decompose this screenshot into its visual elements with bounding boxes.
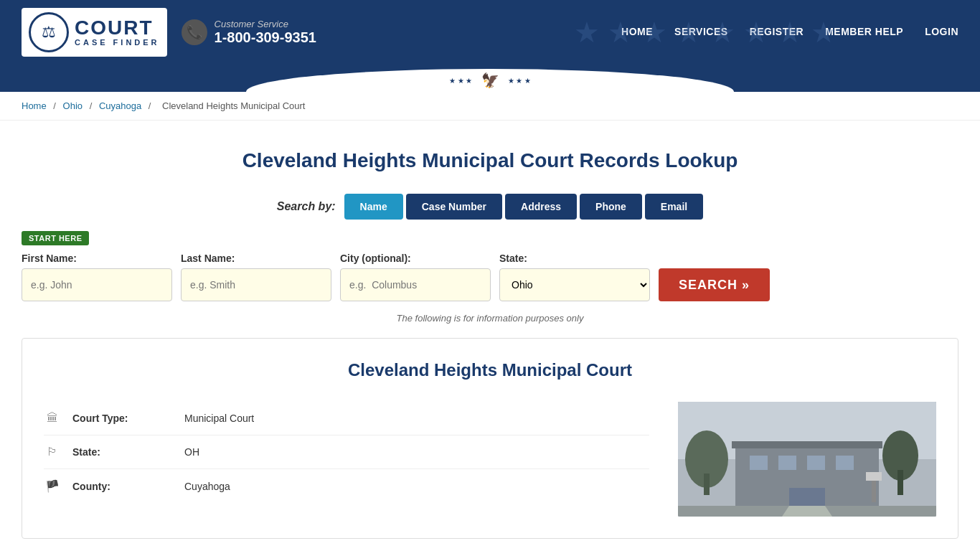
cs-info: Customer Service 1-800-309-9351 [215, 19, 316, 46]
city-group: City (optional): [340, 253, 491, 301]
state-row: 🏳 State: OH [44, 435, 649, 469]
start-here-badge: START HERE [22, 231, 89, 245]
eagle-icon: 🦅 [481, 72, 499, 89]
page-title: Cleveland Heights Municipal Court Record… [22, 149, 958, 172]
search-by-label: Search by: [277, 200, 336, 213]
building-svg [678, 402, 936, 517]
nav-home[interactable]: HOME [621, 26, 653, 39]
last-name-label: Last Name: [181, 253, 331, 264]
first-name-group: First Name: [22, 253, 172, 301]
breadcrumb-current: Cleveland Heights Municipal Court [162, 100, 305, 111]
nav-member-help[interactable]: MEMBER HELP [825, 26, 903, 39]
city-input[interactable] [340, 268, 491, 301]
state-label: State: [499, 253, 650, 264]
state-select[interactable]: Ohio Alabama Alaska Arizona Arkansas Cal… [499, 268, 650, 301]
first-name-input[interactable] [22, 268, 172, 301]
tab-email[interactable]: Email [645, 194, 703, 220]
logo-text: COURT CASE FINDER [75, 18, 160, 47]
info-note: The following is for information purpose… [22, 313, 958, 324]
court-card-body: 🏛 Court Type: Municipal Court 🏳 State: O… [44, 402, 936, 517]
cs-label: Customer Service [215, 19, 316, 29]
city-label: City (optional): [340, 253, 491, 264]
header-left: ⚖ COURT CASE FINDER 📞 Customer Service 1… [22, 8, 316, 57]
court-info-fields: 🏛 Court Type: Municipal Court 🏳 State: O… [44, 402, 649, 517]
tab-name[interactable]: Name [344, 194, 403, 220]
state-field-value: OH [184, 446, 199, 458]
county-label: County: [72, 481, 173, 492]
court-type-label: Court Type: [72, 413, 173, 424]
search-button[interactable]: SEARCH » [659, 268, 770, 301]
state-group: State: Ohio Alabama Alaska Arizona Arkan… [499, 253, 650, 301]
svg-rect-11 [836, 456, 854, 470]
state-field-label: State: [72, 446, 173, 458]
tab-phone[interactable]: Phone [580, 194, 642, 220]
right-stars: ★ ★ ★ [508, 77, 532, 85]
customer-service-block: 📞 Customer Service 1-800-309-9351 [182, 19, 316, 46]
nav-login[interactable]: LOGIN [925, 26, 958, 39]
breadcrumb-sep-1: / [53, 100, 58, 111]
logo-court-text: COURT [75, 18, 160, 38]
breadcrumb-ohio[interactable]: Ohio [63, 100, 83, 111]
tab-address[interactable]: Address [505, 194, 577, 220]
logo-case-finder-text: CASE FINDER [75, 38, 160, 47]
eagle-arch: ★ ★ ★ 🦅 ★ ★ ★ [246, 69, 734, 92]
breadcrumb-cuyahoga[interactable]: Cuyahoga [99, 100, 141, 111]
court-building-image [678, 402, 936, 517]
svg-rect-3 [704, 474, 710, 495]
svg-rect-14 [866, 472, 882, 481]
svg-rect-10 [807, 456, 825, 470]
nav-register[interactable]: REGISTER [750, 26, 804, 39]
breadcrumb-sep-3: / [149, 100, 154, 111]
svg-marker-16 [782, 506, 832, 517]
search-by-row: Search by: Name Case Number Address Phon… [22, 194, 958, 220]
last-name-input[interactable] [181, 268, 331, 301]
logo-emblem: ⚖ [29, 12, 69, 52]
first-name-label: First Name: [22, 253, 172, 264]
state-icon: 🏳 [44, 446, 61, 458]
svg-rect-9 [778, 456, 796, 470]
eagle-banner: ★ ★ ★ 🦅 ★ ★ ★ [0, 65, 980, 92]
svg-rect-7 [732, 441, 882, 448]
breadcrumb-sep-2: / [90, 100, 95, 111]
court-type-row: 🏛 Court Type: Municipal Court [44, 402, 649, 435]
phone-icon: 📞 [182, 19, 207, 45]
breadcrumb-home[interactable]: Home [22, 100, 47, 111]
county-row: 🏴 County: Cuyahoga [44, 469, 649, 503]
court-card-title: Cleveland Heights Municipal Court [44, 360, 936, 380]
breadcrumb: Home / Ohio / Cuyahoga / Cleveland Heigh… [0, 92, 980, 121]
court-type-icon: 🏛 [44, 412, 61, 425]
svg-rect-5 [897, 470, 903, 495]
cs-phone: 1-800-309-9351 [215, 29, 316, 45]
nav-services[interactable]: SERVICES [674, 26, 728, 39]
main-content: Cleveland Heights Municipal Court Record… [0, 121, 980, 551]
left-stars: ★ ★ ★ [449, 77, 473, 85]
court-type-value: Municipal Court [184, 413, 254, 424]
site-logo[interactable]: ⚖ COURT CASE FINDER [22, 8, 167, 57]
county-icon: 🏴 [44, 479, 61, 493]
logo-icon: ⚖ [42, 23, 56, 42]
search-tabs: Name Case Number Address Phone Email [344, 194, 704, 220]
site-header: ★ ★ ★ ★ ★ ★ ★ ★ ⚖ COURT CASE FINDER 📞 Cu… [0, 0, 980, 65]
svg-rect-8 [750, 456, 768, 470]
county-value: Cuyahoga [184, 481, 230, 492]
last-name-group: Last Name: [181, 253, 331, 301]
main-nav: HOME SERVICES REGISTER MEMBER HELP LOGIN [621, 26, 958, 39]
search-form: First Name: Last Name: City (optional): … [22, 253, 958, 301]
court-card: Cleveland Heights Municipal Court 🏛 Cour… [22, 338, 958, 539]
tab-case-number[interactable]: Case Number [406, 194, 502, 220]
